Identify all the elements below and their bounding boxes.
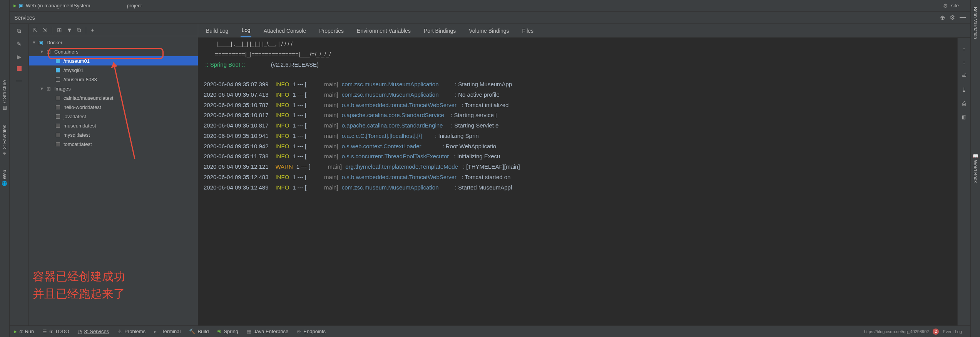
content-panel: Build Log Log Attached Console Propertie…	[198, 24, 970, 325]
tab-log[interactable]: Log	[241, 24, 251, 37]
tree-node-image[interactable]: hello-world:latest	[29, 102, 198, 112]
print-icon[interactable]: ⎙	[962, 100, 966, 107]
tab-env-vars[interactable]: Environment Variables	[356, 25, 411, 37]
tab-attached-console[interactable]: Attached Console	[263, 25, 307, 37]
tree-node-images[interactable]: ▼⊞Images	[29, 84, 198, 93]
run-config-label: Web (in managementSystem	[26, 3, 90, 8]
tree-node-image[interactable]: cainiao/museum:latest	[29, 93, 198, 102]
collapse-all-icon[interactable]: ⇲	[42, 27, 47, 34]
tree-node-image[interactable]: tomcat:latest	[29, 139, 198, 149]
watermark-text: https://blog.csdn.net/qq_40298902	[864, 329, 929, 334]
tree-node-mysql01[interactable]: /mysql01	[29, 65, 198, 75]
gear-icon[interactable]: ⚙	[943, 3, 948, 9]
bean-validation-tab[interactable]: Bean Validation	[972, 4, 979, 42]
plus-icon[interactable]: +	[91, 27, 94, 33]
bottom-tab-build[interactable]: 🔨Build	[189, 329, 209, 334]
clear-icon[interactable]: 🗑	[961, 114, 967, 120]
services-title: Services	[14, 15, 35, 21]
bottom-tab-services[interactable]: ◔8: Services	[78, 329, 109, 334]
grid-icon[interactable]: ⊞	[57, 27, 62, 34]
tree-node-museum8083[interactable]: /museum-8083	[29, 75, 198, 84]
tree-panel: ⇱ ⇲ ⊞ ▼ ⧉ + ▼▣Docker ▼⊞Containers /museu…	[29, 24, 198, 325]
stop-icon[interactable]	[17, 66, 22, 71]
bottom-tab-endpoints[interactable]: ⊛Endpoints	[297, 329, 326, 334]
settings-icon[interactable]: ⚙	[950, 14, 955, 21]
bottom-bar: ▶4: Run ☰6: TODO ◔8: Services ⚠Problems …	[10, 325, 970, 337]
tree-toolbar: ⇱ ⇲ ⊞ ▼ ⧉ +	[29, 24, 198, 36]
log-output[interactable]: |____| .__|_| |_|_| |_\__, | / / / / ===…	[198, 38, 957, 325]
notification-badge[interactable]: 2	[933, 329, 939, 335]
services-tool-column: ⧉ ✎ ▶ —	[10, 24, 29, 325]
tree-node-docker[interactable]: ▼▣Docker	[29, 38, 198, 47]
web-tab[interactable]: 🌐 Web	[1, 167, 8, 189]
tab-volume-bindings[interactable]: Volume Bindings	[468, 25, 510, 37]
right-tool-rail: Bean Validation 📖 Word Book	[970, 0, 980, 337]
tab-properties[interactable]: Properties	[318, 25, 345, 37]
tree-node-containers[interactable]: ▼⊞Containers	[29, 47, 198, 56]
scroll-down-icon[interactable]: ↓	[963, 59, 966, 65]
services-header: Services ⊕ ⚙ —	[10, 12, 970, 24]
top-bar: ▶ ▣ Web (in managementSystem project ⚙ s…	[10, 0, 970, 12]
word-book-tab[interactable]: 📖 Word Book	[972, 150, 979, 186]
scroll-to-end-icon[interactable]: ⤓	[962, 86, 967, 93]
annotation-text: 容器已经创建成功 并且已经跑起来了	[33, 268, 125, 302]
filter-icon[interactable]: ▼	[67, 27, 72, 33]
bottom-tab-spring[interactable]: ❀Spring	[217, 329, 238, 334]
tab-port-bindings[interactable]: Port Bindings	[423, 25, 457, 37]
bottom-tab-run[interactable]: ▶4: Run	[14, 329, 34, 334]
bottom-tab-problems[interactable]: ⚠Problems	[117, 329, 145, 334]
expand-all-icon[interactable]: ⇱	[33, 27, 38, 34]
play-icon[interactable]: ▶	[15, 53, 23, 61]
event-log-button[interactable]: Event Log	[943, 329, 962, 334]
play-icon: ▶	[13, 3, 17, 8]
tree-node-museum01[interactable]: /museum01	[29, 56, 198, 65]
edit-icon[interactable]: ✎	[15, 40, 23, 48]
bottom-tab-todo[interactable]: ☰6: TODO	[42, 329, 69, 334]
structure-tab[interactable]: ▤ 7: Structure	[1, 77, 8, 114]
tree-node-image[interactable]: java:latest	[29, 112, 198, 121]
group-icon[interactable]: ⧉	[77, 27, 81, 34]
tab-files[interactable]: Files	[521, 25, 534, 37]
scroll-up-icon[interactable]: ↑	[963, 45, 966, 52]
favorites-tab[interactable]: ★ 2: Favorites	[1, 122, 8, 159]
tree-node-image[interactable]: museum:latest	[29, 121, 198, 130]
content-tabs: Build Log Log Attached Console Propertie…	[198, 24, 970, 38]
tree-node-image[interactable]: mysql:latest	[29, 130, 198, 139]
log-gutter: ↑ ↓ ⏎ ⤓ ⎙ 🗑	[957, 38, 970, 325]
project-label: project	[127, 3, 142, 8]
web-icon: ▣	[19, 3, 23, 8]
add-icon[interactable]: ⧉	[15, 27, 23, 35]
tab-build-log[interactable]: Build Log	[205, 25, 229, 37]
minimize-icon[interactable]: —	[960, 14, 966, 21]
left-tool-rail: ▤ 7: Structure ★ 2: Favorites 🌐 Web	[0, 0, 10, 337]
site-label: site	[951, 3, 959, 8]
run-config-selector[interactable]: ▶ ▣ Web (in managementSystem	[13, 3, 90, 8]
bottom-tab-terminal[interactable]: ▸_Terminal	[154, 329, 181, 334]
target-icon[interactable]: ⊕	[940, 14, 945, 21]
bottom-tab-java-ee[interactable]: ▦Java Enterprise	[247, 329, 288, 334]
minus-icon[interactable]: —	[15, 76, 23, 84]
soft-wrap-icon[interactable]: ⏎	[962, 72, 967, 79]
